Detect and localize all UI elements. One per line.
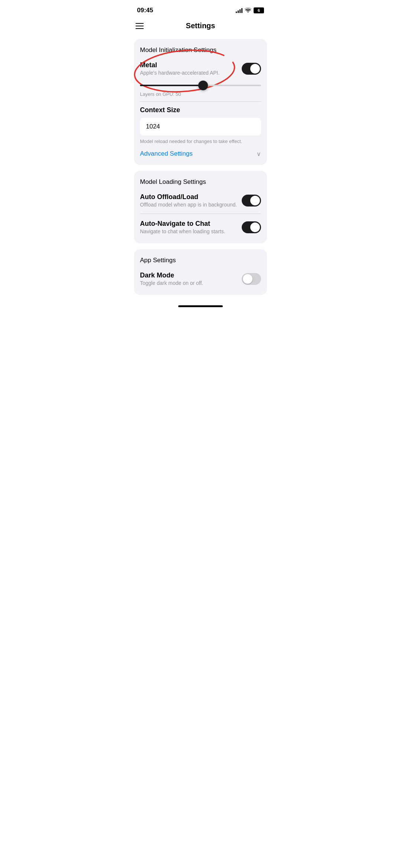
dark-mode-row: Dark Mode Toggle dark mode on or off. [140,270,261,287]
slider-fill [140,85,203,86]
advanced-settings-label: Advanced Settings [140,150,193,157]
dark-mode-info: Dark Mode Toggle dark mode on or off. [140,272,242,286]
wifi-icon [245,7,251,14]
context-size-section: Context Size Model reload needed for cha… [140,106,261,144]
battery-icon: 6 [254,7,264,13]
status-bar: 09:45 6 [128,0,273,19]
metal-info: Metal Apple's hardware-accelerated API. [140,61,242,76]
metal-description: Apple's hardware-accelerated API. [140,70,242,76]
context-size-label: Context Size [140,106,261,114]
auto-offload-row: Auto Offload/Load Offload model when app… [140,192,261,209]
auto-navigate-label: Auto-Navigate to Chat [140,220,242,228]
auto-offload-info: Auto Offload/Load Offload model when app… [140,193,242,208]
metal-row: Metal Apple's hardware-accelerated API. [140,60,261,77]
chevron-down-icon: ∨ [257,150,261,157]
divider-2 [140,214,261,214]
status-icons: 6 [236,7,264,14]
main-content: Model Initialization Settings Metal Appl… [128,36,273,298]
auto-navigate-description: Navigate to chat when loading starts. [140,228,242,234]
divider-1 [140,101,261,102]
metal-label: Metal [140,61,242,69]
hamburger-menu-button[interactable] [136,23,144,29]
home-indicator [128,298,273,311]
nav-bar: Settings [128,19,273,36]
app-settings-card: App Settings Dark Mode Toggle dark mode … [134,249,267,295]
home-indicator-bar [178,305,223,307]
metal-toggle[interactable] [242,63,261,75]
model-loading-card: Model Loading Settings Auto Offload/Load… [134,171,267,243]
slider-thumb[interactable] [198,81,208,90]
status-time: 09:45 [137,7,153,14]
model-init-title: Model Initialization Settings [140,46,261,54]
context-size-hint: Model reload needed for changes to take … [140,139,261,144]
advanced-settings-row[interactable]: Advanced Settings ∨ [140,150,261,157]
auto-offload-toggle[interactable] [242,195,261,207]
auto-navigate-toggle[interactable] [242,221,261,233]
page-title: Settings [186,22,215,30]
auto-navigate-row: Auto-Navigate to Chat Navigate to chat w… [140,218,261,236]
slider-container[interactable] [140,82,261,89]
auto-navigate-info: Auto-Navigate to Chat Navigate to chat w… [140,220,242,234]
gpu-layers-slider-section: Layers on GPU: 50 [140,82,261,97]
signal-icon [236,8,242,13]
context-size-input[interactable] [140,118,261,136]
auto-offload-description: Offload model when app is in background. [140,202,242,208]
dark-mode-label: Dark Mode [140,272,242,279]
dark-mode-toggle[interactable] [242,273,261,285]
app-settings-title: App Settings [140,257,261,264]
auto-offload-label: Auto Offload/Load [140,193,242,201]
slider-label: Layers on GPU: 50 [140,91,261,97]
model-loading-title: Model Loading Settings [140,178,261,186]
dark-mode-description: Toggle dark mode on or off. [140,280,242,286]
metal-section: Metal Apple's hardware-accelerated API. [140,60,261,97]
model-init-card: Model Initialization Settings Metal Appl… [134,39,267,165]
